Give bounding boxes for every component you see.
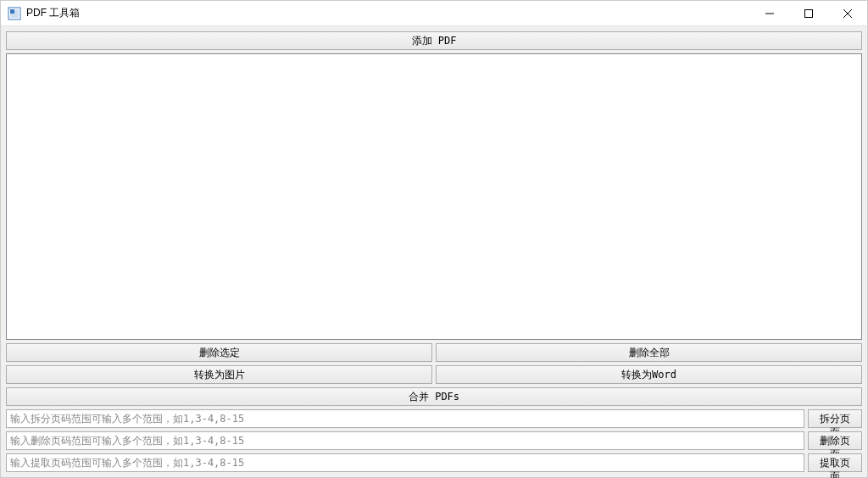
minimize-button[interactable] xyxy=(750,1,789,25)
extract-range-input[interactable] xyxy=(6,453,804,472)
close-button[interactable] xyxy=(828,1,867,25)
delete-pages-row: 删除页面 xyxy=(6,431,862,450)
extract-pages-row: 提取页面 xyxy=(6,453,862,472)
window-title: PDF 工具箱 xyxy=(26,6,750,20)
app-icon xyxy=(8,7,21,20)
maximize-button[interactable] xyxy=(789,1,828,25)
merge-pdfs-button[interactable]: 合并 PDFs xyxy=(6,387,862,406)
titlebar: PDF 工具箱 xyxy=(1,1,867,26)
delete-pages-button[interactable]: 删除页面 xyxy=(808,431,862,450)
convert-to-word-button[interactable]: 转换为Word xyxy=(436,365,862,384)
split-row: 拆分页面 xyxy=(6,409,862,428)
add-pdf-button[interactable]: 添加 PDF xyxy=(6,31,862,50)
split-range-input[interactable] xyxy=(6,409,804,428)
window-controls xyxy=(750,1,867,25)
svg-rect-4 xyxy=(805,9,813,17)
delete-selected-button[interactable]: 删除选定 xyxy=(6,343,432,362)
pdf-file-list[interactable] xyxy=(6,53,862,340)
extract-pages-button[interactable]: 提取页面 xyxy=(808,453,862,472)
convert-row: 转换为图片 转换为Word xyxy=(6,365,862,384)
delete-all-button[interactable]: 删除全部 xyxy=(436,343,862,362)
svg-rect-2 xyxy=(10,9,14,14)
convert-to-image-button[interactable]: 转换为图片 xyxy=(6,365,432,384)
app-window: PDF 工具箱 添加 PDF 删除选定 删除全部 转换为图片 转换为Word 合… xyxy=(0,0,868,478)
split-pages-button[interactable]: 拆分页面 xyxy=(808,409,862,428)
delete-row: 删除选定 删除全部 xyxy=(6,343,862,362)
content-area: 添加 PDF 删除选定 删除全部 转换为图片 转换为Word 合并 PDFs 拆… xyxy=(1,26,867,477)
delete-range-input[interactable] xyxy=(6,431,804,450)
